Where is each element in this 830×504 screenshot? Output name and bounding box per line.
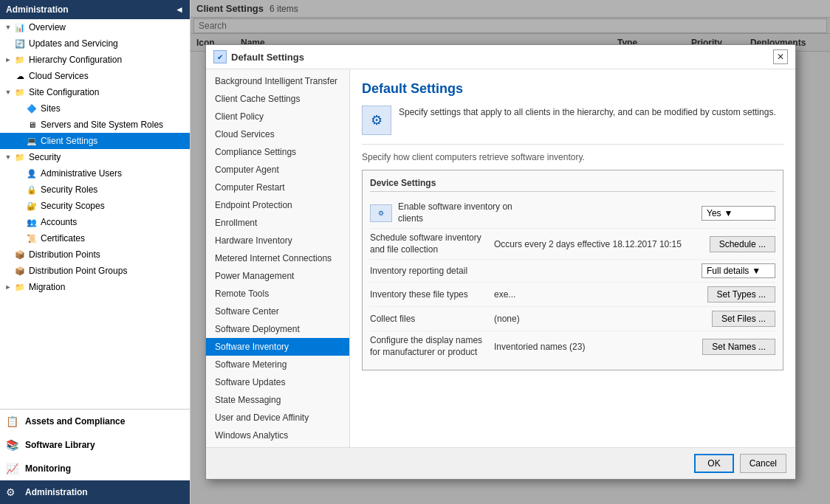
ok-button[interactable]: OK [694,454,733,473]
dialog-left-item-software-metering[interactable]: Software Metering [206,356,349,373]
sidebar-header: Administration ◄ [0,0,190,19]
sidebar-collapse-icon[interactable]: ◄ [175,4,184,15]
sidebar-item-client-settings[interactable]: 💻 Client Settings [0,133,190,149]
sidebar-item-security-scopes[interactable]: 🔐 Security Scopes [0,198,190,214]
dialog-left-item-endpoint-protection[interactable]: Endpoint Protection [206,196,349,214]
sidebar-item-migration[interactable]: ► 📁 Migration [0,279,190,295]
dialog-left-item-computer-restart[interactable]: Computer Restart [206,179,349,196]
item-icon-cloud-services: ☁ [13,70,27,82]
sidebar: Administration ◄ ▼ 📊 Overview 🔄 Updates … [0,0,191,504]
btn-schedule-collection[interactable]: Schedule ... [710,236,775,252]
dialog-left-item-hardware-inventory[interactable]: Hardware Inventory [206,232,349,249]
sidebar-label-servers-site-roles: Servers and Site System Roles [41,120,163,130]
sidebar-item-accounts[interactable]: 👥 Accounts [0,214,190,230]
bottom-label-assets: Assets and Compliance [25,416,125,427]
dialog-left-item-compliance-settings[interactable]: Compliance Settings [206,143,349,161]
dialog-close-button[interactable]: ✕ [773,49,788,64]
sidebar-bottom: 📋 Assets and Compliance 📚 Software Libra… [0,409,190,504]
sidebar-item-distribution-points[interactable]: 📦 Distribution Points [0,246,190,263]
dialog-left-item-enrollment[interactable]: Enrollment [206,214,349,232]
sidebar-label-accounts: Accounts [41,217,77,227]
cancel-button[interactable]: Cancel [740,454,786,473]
dialog-desc-text: Specify settings that apply to all clien… [399,106,776,119]
expand-icon-hierarchy-config: ► [3,56,13,63]
setting-value-schedule-collection: Occurs every 2 days effective 18.12.2017… [494,239,704,249]
dropdown-value-enable-sw-inventory: Yes [707,208,721,218]
item-icon-site-configuration: 📁 [13,86,27,98]
dropdown-btn-enable-sw-inventory[interactable]: Yes ▼ [702,206,775,221]
dialog-left-item-software-inventory[interactable]: Software Inventory [206,338,349,356]
main-panel: Client Settings 6 items Icon Name Type P… [191,0,830,504]
dropdown-btn-inventory-reporting[interactable]: Full details ▼ [702,263,775,278]
item-icon-updates-servicing: 🔄 [13,38,27,49]
sidebar-bottom-software-library[interactable]: 📚 Software Library [0,433,190,457]
setting-label-inventory-file-types: Inventory these file types [370,289,488,301]
dropdown-inventory-reporting[interactable]: Full details ▼ [702,263,775,278]
sidebar-item-admin-users[interactable]: 👤 Administrative Users [0,165,190,182]
sidebar-label-distribution-points: Distribution Points [29,249,100,260]
sidebar-label-updates-servicing: Updates and Servicing [29,38,118,49]
dialog-left-item-client-policy[interactable]: Client Policy [206,108,349,125]
dialog-left-item-power-management[interactable]: Power Management [206,267,349,285]
control-inventory-file-types: Set Types ... [707,286,775,303]
setting-value-configure-display-names: Inventoried names (23) [494,342,696,352]
sidebar-item-security-roles[interactable]: 🔒 Security Roles [0,182,190,198]
sidebar-item-certificates[interactable]: 📜 Certificates [0,230,190,246]
item-icon-distribution-point-groups: 📦 [13,265,27,277]
dropdown-value-inventory-reporting: Full details [707,266,749,276]
dialog-title-text: Default Settings [231,52,304,63]
dropdown-arrow-enable-sw-inventory: ▼ [724,208,733,218]
dialog-footer: OK Cancel [206,447,795,479]
dialog-left-item-software-updates[interactable]: Software Updates [206,373,349,391]
sidebar-item-hierarchy-config[interactable]: ► 📁 Hierarchy Configuration [0,52,190,68]
sidebar-item-distribution-point-groups[interactable]: 📦 Distribution Point Groups [0,263,190,279]
dialog-description-row: ⚙ Specify settings that apply to all cli… [362,106,783,135]
dropdown-enable-sw-inventory[interactable]: Yes ▼ [702,206,775,221]
sidebar-item-sites[interactable]: 🔷 Sites [0,100,190,117]
item-icon-migration: 📁 [13,281,27,293]
sidebar-item-cloud-services[interactable]: ☁ Cloud Services [0,68,190,84]
expand-icon-security: ▼ [3,153,13,161]
dialog-left-item-software-center[interactable]: Software Center [206,303,349,320]
bottom-icon-software-library: 📚 [6,438,21,452]
sidebar-item-site-configuration[interactable]: ▼ 📁 Site Configuration [0,84,190,100]
sidebar-bottom-administration[interactable]: ⚙ Administration [0,480,190,504]
dialog-left-item-user-and-device-affinity[interactable]: User and Device Affinity [206,409,349,427]
bottom-icon-monitoring: 📈 [6,461,21,476]
sidebar-label-admin-users: Administrative Users [41,168,122,179]
btn-configure-display-names[interactable]: Set Names ... [702,339,775,355]
setting-label-inventory-reporting: Inventory reporting detail [370,266,488,277]
dialog-left-item-client-cache-settings[interactable]: Client Cache Settings [206,90,349,108]
sidebar-item-updates-servicing[interactable]: 🔄 Updates and Servicing [0,35,190,52]
sidebar-item-security[interactable]: ▼ 📁 Security [0,149,190,165]
bottom-icon-assets: 📋 [6,414,21,429]
control-configure-display-names: Set Names ... [702,339,775,355]
default-settings-dialog: ✔ Default Settings ✕ Background Intellig… [205,44,796,480]
dialog-left-item-background-intelligent-transfer[interactable]: Background Intelligent Transfer [206,72,349,90]
sidebar-item-servers-site-roles[interactable]: 🖥 Servers and Site System Roles [0,117,190,133]
sidebar-item-overview[interactable]: ▼ 📊 Overview [0,19,190,35]
btn-inventory-file-types[interactable]: Set Types ... [707,286,775,303]
dialog-left-item-state-messaging[interactable]: State Messaging [206,391,349,409]
sidebar-label-distribution-point-groups: Distribution Point Groups [29,266,127,276]
sidebar-label-hierarchy-config: Hierarchy Configuration [29,55,122,65]
dialog-left-item-software-deployment[interactable]: Software Deployment [206,320,349,338]
item-icon-certificates: 📜 [25,232,38,244]
sidebar-label-sites: Sites [41,103,61,114]
setting-row-inventory-reporting: Inventory reporting detail Full details … [370,260,775,283]
dialog-left-item-metered-internet-connections[interactable]: Metered Internet Connections [206,249,349,267]
expand-icon-migration: ► [3,283,13,291]
dialog-left-item-cloud-services[interactable]: Cloud Services [206,125,349,143]
dialog-left-item-windows-analytics[interactable]: Windows Analytics [206,427,349,444]
control-schedule-collection: Schedule ... [710,236,775,252]
btn-collect-files[interactable]: Set Files ... [712,311,775,327]
sidebar-label-certificates: Certificates [41,233,85,244]
sidebar-bottom-assets[interactable]: 📋 Assets and Compliance [0,410,190,433]
bottom-label-software-library: Software Library [25,440,95,450]
dialog-left-item-computer-agent[interactable]: Computer Agent [206,161,349,179]
bottom-label-monitoring: Monitoring [25,463,71,474]
item-icon-accounts: 👥 [25,216,38,228]
item-icon-security-scopes: 🔐 [25,200,38,212]
sidebar-bottom-monitoring[interactable]: 📈 Monitoring [0,457,190,480]
dialog-left-item-remote-tools[interactable]: Remote Tools [206,285,349,303]
